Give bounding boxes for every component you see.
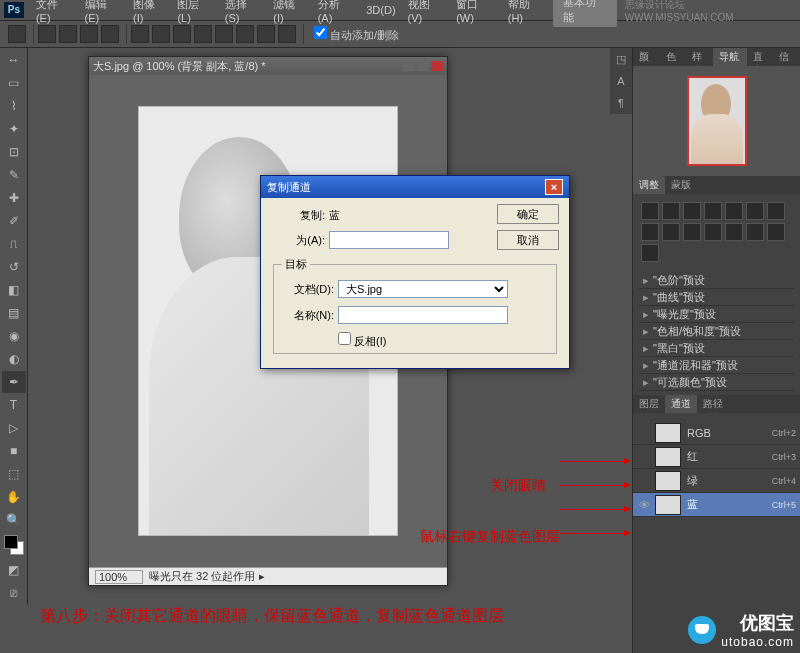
invert-checkbox[interactable]: 反相(I): [338, 335, 386, 347]
heal-tool[interactable]: ✚: [2, 187, 26, 209]
dodge-tool[interactable]: ◐: [2, 348, 26, 370]
gradient-tool[interactable]: ▤: [2, 302, 26, 324]
roundrect-icon[interactable]: [194, 25, 212, 43]
channel-red[interactable]: 红 Ctrl+3: [633, 445, 800, 469]
crop-tool[interactable]: ⊡: [2, 141, 26, 163]
menu-file[interactable]: 文件(E): [32, 0, 77, 26]
eye-icon[interactable]: [637, 426, 651, 440]
rect-icon[interactable]: [173, 25, 191, 43]
anchor-icon[interactable]: [152, 25, 170, 43]
path-op-1[interactable]: [38, 25, 56, 43]
poly-icon[interactable]: [236, 25, 254, 43]
stamp-tool[interactable]: ⎍: [2, 233, 26, 255]
marquee-tool[interactable]: ▭: [2, 72, 26, 94]
tab-histogram[interactable]: 直方: [747, 48, 774, 66]
tab-mask[interactable]: 蒙版: [665, 176, 697, 194]
history-brush-tool[interactable]: ↺: [2, 256, 26, 278]
adj-hue-icon[interactable]: [746, 202, 764, 220]
history-icon[interactable]: ◳: [610, 48, 632, 70]
adj-vibrance-icon[interactable]: [725, 202, 743, 220]
zoom-input[interactable]: 100%: [95, 570, 143, 584]
preset-curves[interactable]: ▸"曲线"预设: [639, 289, 794, 306]
pen-tool[interactable]: ✒: [2, 371, 26, 393]
menu-3d[interactable]: 3D(D): [362, 2, 399, 18]
menu-help[interactable]: 帮助(H): [504, 0, 549, 26]
adj-bw-icon[interactable]: [641, 223, 659, 241]
eye-icon[interactable]: [637, 474, 651, 488]
doc-titlebar[interactable]: 大S.jpg @ 100% (背景 副本, 蓝/8) *: [89, 57, 447, 75]
menu-image[interactable]: 图像(I): [129, 0, 169, 26]
doc-select[interactable]: 大S.jpg: [338, 280, 508, 298]
name-input[interactable]: [338, 306, 508, 324]
adj-photofilter-icon[interactable]: [662, 223, 680, 241]
color-swatch[interactable]: [4, 535, 24, 555]
blur-tool[interactable]: ◉: [2, 325, 26, 347]
shape-tool[interactable]: ■: [2, 440, 26, 462]
adj-levels-icon[interactable]: [662, 202, 680, 220]
navigator-thumb[interactable]: [687, 76, 747, 166]
tool-preset-icon[interactable]: [8, 25, 26, 43]
tab-channels[interactable]: 通道: [665, 395, 697, 413]
eye-icon[interactable]: [637, 450, 651, 464]
tab-info[interactable]: 信息: [773, 48, 800, 66]
workspace-basic[interactable]: 基本功能: [553, 0, 617, 27]
tab-style[interactable]: 样式: [686, 48, 713, 66]
channel-green[interactable]: 绿 Ctrl+4: [633, 469, 800, 493]
eraser-tool[interactable]: ◧: [2, 279, 26, 301]
maximize-icon[interactable]: [417, 61, 429, 71]
custom-icon[interactable]: [278, 25, 296, 43]
ok-button[interactable]: 确定: [497, 204, 559, 224]
adj-curves-icon[interactable]: [683, 202, 701, 220]
zoom-tool[interactable]: 🔍: [2, 509, 26, 531]
tab-paths[interactable]: 路径: [697, 395, 729, 413]
adj-selective-icon[interactable]: [641, 244, 659, 262]
preset-bw[interactable]: ▸"黑白"预设: [639, 340, 794, 357]
adj-poster-icon[interactable]: [725, 223, 743, 241]
adj-brightness-icon[interactable]: [641, 202, 659, 220]
channel-blue[interactable]: 👁 蓝 Ctrl+5: [633, 493, 800, 517]
pen-icon[interactable]: [131, 25, 149, 43]
minimize-icon[interactable]: [403, 61, 415, 71]
move-tool[interactable]: ↔: [2, 49, 26, 71]
menu-layer[interactable]: 图层(L): [173, 0, 216, 26]
eyedropper-tool[interactable]: ✎: [2, 164, 26, 186]
preset-levels[interactable]: ▸"色阶"预设: [639, 272, 794, 289]
menu-filter[interactable]: 滤镜(I): [269, 0, 309, 26]
dialog-close-icon[interactable]: ×: [545, 179, 563, 195]
channel-rgb[interactable]: RGB Ctrl+2: [633, 421, 800, 445]
adj-invert-icon[interactable]: [704, 223, 722, 241]
screenmode-tool[interactable]: ⎚: [2, 582, 26, 604]
tab-navigator[interactable]: 导航器: [713, 48, 747, 66]
menu-window[interactable]: 窗口(W): [452, 0, 500, 26]
line-icon[interactable]: [257, 25, 275, 43]
adj-gradientmap-icon[interactable]: [767, 223, 785, 241]
tab-swatch[interactable]: 色板: [660, 48, 687, 66]
wand-tool[interactable]: ✦: [2, 118, 26, 140]
adj-balance-icon[interactable]: [767, 202, 785, 220]
adj-exposure-icon[interactable]: [704, 202, 722, 220]
preset-mixer[interactable]: ▸"通道混和器"预设: [639, 357, 794, 374]
as-input[interactable]: [329, 231, 449, 249]
preset-selective[interactable]: ▸"可选颜色"预设: [639, 374, 794, 391]
path-op-4[interactable]: [101, 25, 119, 43]
cancel-button[interactable]: 取消: [497, 230, 559, 250]
char-icon[interactable]: A: [610, 70, 632, 92]
quickmask-tool[interactable]: ◩: [2, 559, 26, 581]
adj-mixer-icon[interactable]: [683, 223, 701, 241]
menu-analysis[interactable]: 分析(A): [314, 0, 359, 26]
menu-edit[interactable]: 编辑(E): [81, 0, 126, 26]
auto-add-delete-checkbox[interactable]: 自动添加/删除: [314, 26, 399, 43]
dialog-titlebar[interactable]: 复制通道 ×: [261, 176, 569, 198]
tab-layers[interactable]: 图层: [633, 395, 665, 413]
lasso-tool[interactable]: ⌇: [2, 95, 26, 117]
preset-hue[interactable]: ▸"色相/饱和度"预设: [639, 323, 794, 340]
path-op-3[interactable]: [80, 25, 98, 43]
3d-tool[interactable]: ⬚: [2, 463, 26, 485]
path-tool[interactable]: ▷: [2, 417, 26, 439]
menu-select[interactable]: 选择(S): [221, 0, 266, 26]
tab-adjustments[interactable]: 调整: [633, 176, 665, 194]
ellipse-icon[interactable]: [215, 25, 233, 43]
navigator-panel[interactable]: [633, 66, 800, 176]
hand-tool[interactable]: ✋: [2, 486, 26, 508]
type-tool[interactable]: T: [2, 394, 26, 416]
